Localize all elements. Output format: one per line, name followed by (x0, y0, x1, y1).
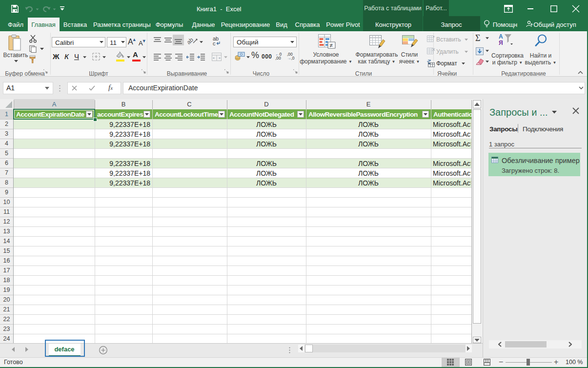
svg-text:Я: Я (499, 40, 503, 46)
svg-text:А: А (499, 33, 503, 40)
svg-text:ab: ab (187, 36, 195, 46)
svg-text:≠: ≠ (330, 42, 333, 49)
svg-text:c: c (213, 41, 216, 46)
